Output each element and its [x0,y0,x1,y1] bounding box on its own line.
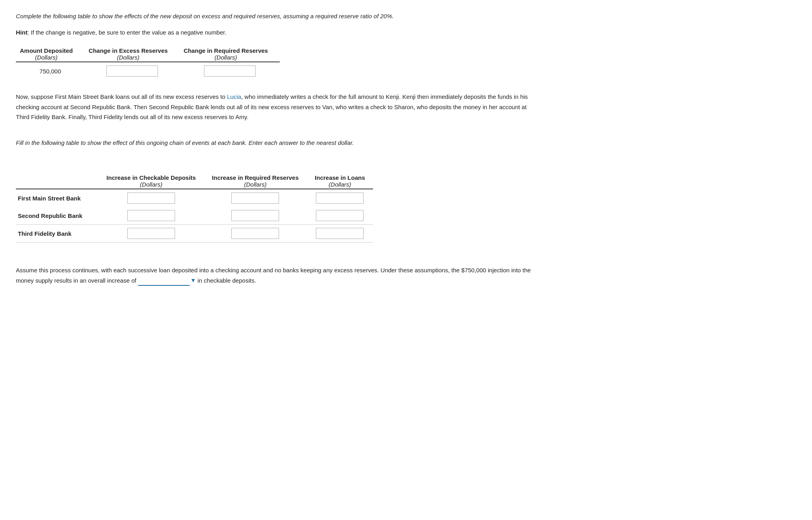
third-fidelity-required-cell [204,225,307,243]
excess-reserves-input[interactable] [106,65,158,77]
narrative-before-lucia: Now, suppose First Main Street Bank loan… [16,93,227,100]
assumption-after: in checkable deposits. [198,277,256,284]
col-checkable-deposits: Increase in Checkable Deposits (Dollars) [98,173,204,189]
col-increase-loans: Increase in Loans (Dollars) [307,173,373,189]
bank-row-first-main: First Main Street Bank [16,189,373,207]
checkable-deposits-dropdown-arrow[interactable]: ▼ [190,276,196,285]
checkable-deposits-final-input[interactable] [138,275,190,286]
second-republic-checkable-input[interactable] [127,210,175,221]
hint-text: Hint: If the change is negative, be sure… [16,28,540,37]
amount-deposited-value: 750,000 [16,62,85,80]
second-republic-loans-input[interactable] [316,210,364,221]
second-table-section: Increase in Checkable Deposits (Dollars)… [16,173,540,243]
first-table-section: Amount Deposited (Dollars) Change in Exc… [16,46,540,80]
intro-text: Complete the following table to show the… [16,12,540,21]
hint-label: Hint [16,29,27,36]
third-fidelity-checkable-input[interactable] [127,228,175,239]
first-main-required-cell [204,189,307,207]
first-table: Amount Deposited (Dollars) Change in Exc… [16,46,280,80]
required-reserves-cell [180,62,280,80]
second-republic-required-cell [204,207,307,225]
bank-row-second-republic: Second Republic Bank [16,207,373,225]
second-republic-loans-cell [307,207,373,225]
first-main-required-input[interactable] [231,193,279,204]
bank-row-third-fidelity: Third Fidelity Bank [16,225,373,243]
second-republic-bank-label: Second Republic Bank [16,207,98,225]
col-bank-name-header [16,173,98,189]
required-reserves-input[interactable] [204,65,256,77]
col-change-required: Change in Required Reserves (Dollars) [180,46,280,62]
third-fidelity-loans-input[interactable] [316,228,364,239]
second-republic-checkable-cell [98,207,204,225]
hint-body: : If the change is negative, be sure to … [27,29,226,36]
first-main-bank-label: First Main Street Bank [16,189,98,207]
first-main-loans-input[interactable] [316,193,364,204]
col-change-excess: Change in Excess Reserves (Dollars) [85,46,179,62]
fill-in-text: Fill in the following table to show the … [16,139,540,148]
excess-reserves-cell [85,62,179,80]
second-table: Increase in Checkable Deposits (Dollars)… [16,173,373,243]
third-fidelity-bank-label: Third Fidelity Bank [16,225,98,243]
assumption-before: Assume this process continues, with each… [16,267,531,284]
assumption-input-wrap: ▼ [138,275,196,286]
col-required-reserves: Increase in Required Reserves (Dollars) [204,173,307,189]
first-main-loans-cell [307,189,373,207]
first-main-checkable-input[interactable] [127,193,175,204]
lucia-name: Lucia [227,93,241,100]
first-main-checkable-cell [98,189,204,207]
narrative-section: Now, suppose First Main Street Bank loan… [16,92,532,122]
second-republic-required-input[interactable] [231,210,279,221]
assumption-text: Assume this process continues, with each… [16,265,532,286]
third-fidelity-checkable-cell [98,225,204,243]
first-table-row: 750,000 [16,62,280,80]
col-amount-deposited: Amount Deposited (Dollars) [16,46,85,62]
third-fidelity-required-input[interactable] [231,228,279,239]
third-fidelity-loans-cell [307,225,373,243]
